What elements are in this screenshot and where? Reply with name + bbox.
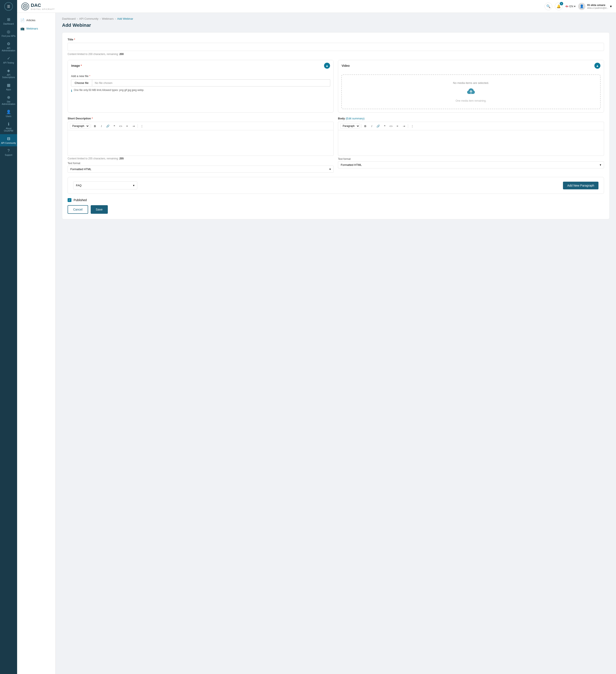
title-input[interactable] xyxy=(68,43,604,51)
body-italic-btn[interactable]: I xyxy=(369,123,375,129)
action-buttons: Cancel Save xyxy=(68,205,604,214)
sidebar-item-about-oneapim[interactable]: ℹ About OneAPIM xyxy=(0,120,17,134)
video-section-header: Video ▲ xyxy=(338,60,604,71)
webinars-label: Webinars xyxy=(26,27,38,30)
articles-icon: 📄 xyxy=(20,18,25,22)
body-editor[interactable] xyxy=(338,130,604,156)
short-desc-italic-btn[interactable]: I xyxy=(99,123,104,129)
faq-dropdown[interactable]: FAQ ▾ xyxy=(73,182,137,189)
breadcrumb-webinars[interactable]: Webinars xyxy=(102,17,114,20)
save-button[interactable]: Save xyxy=(91,205,108,214)
add-paragraph-button[interactable]: Add New Paragraph xyxy=(563,182,599,189)
title-label: Title * xyxy=(68,38,604,41)
body-bold-btn[interactable]: B xyxy=(363,123,368,129)
sidebar-item-site-admin[interactable]: ⊕ Site Administration xyxy=(0,93,17,107)
title-required: * xyxy=(73,38,75,41)
cancel-button[interactable]: Cancel xyxy=(68,205,88,214)
faq-label: FAQ xyxy=(76,184,82,187)
sidebar-item-label: Apps xyxy=(6,88,11,91)
title-remaining: 200 xyxy=(119,52,124,55)
chevron-down-icon: ▾ xyxy=(574,5,576,8)
short-desc-code-btn[interactable]: <> xyxy=(118,123,123,129)
webinars-icon: 📺 xyxy=(20,26,25,31)
title-char-limit: Content limited to 200 characters, remai… xyxy=(68,52,604,55)
body-more-btn[interactable]: ⋮ xyxy=(409,123,415,129)
sidebar-item-find-apis[interactable]: ◎ Find your APIs xyxy=(0,27,17,39)
short-desc-paragraph-select[interactable]: Paragraph xyxy=(70,123,89,129)
sidebar-item-label: About OneAPIM xyxy=(1,127,16,132)
sidebar-item-label: API Testing xyxy=(3,62,14,64)
body-format-label: Text format xyxy=(338,157,604,160)
sidebar-item-api-admin[interactable]: ⚙ API Administration xyxy=(0,39,17,54)
video-upload-area[interactable]: No media items are selected. One media i… xyxy=(341,75,601,109)
short-desc-list-btn[interactable]: ≡ xyxy=(124,123,130,129)
published-checkbox[interactable]: ✓ xyxy=(68,198,72,202)
body-list-btn[interactable]: ≡ xyxy=(395,123,400,129)
sidebar: ☰ ⊞ Dashboard ◎ Find your APIs ⚙ API Adm… xyxy=(0,0,17,674)
breadcrumb-sep-3: › xyxy=(115,17,116,20)
short-description-section: Short Description * Paragraph B I 🔗 ❝ <> xyxy=(68,117,334,173)
about-icon: ℹ xyxy=(8,122,9,126)
sidebar-item-api-community[interactable]: ⊟ API Community xyxy=(0,134,17,146)
sidebar-item-apps[interactable]: ▦ Apps xyxy=(0,81,17,93)
sidebar-item-label: Support xyxy=(5,154,12,156)
dashboard-icon: ⊞ xyxy=(7,17,10,22)
body-section: Body (Edit summary) Paragraph B I 🔗 ❝ xyxy=(338,117,604,173)
short-desc-toolbar: Paragraph B I 🔗 ❝ <> ≡ ⇥ ⋮ xyxy=(68,122,334,130)
notification-button[interactable]: 🔔 0 xyxy=(555,3,563,10)
add-file-label: Add a new file * xyxy=(71,75,330,78)
breadcrumb-api-community[interactable]: API Community xyxy=(79,17,98,20)
lang-text: EN xyxy=(569,5,573,8)
secondary-item-articles[interactable]: 📄 Articles xyxy=(17,16,55,24)
short-desc-format-select[interactable]: Formatted HTML ▾ xyxy=(68,165,334,173)
published-label: Published xyxy=(74,198,87,202)
language-selector[interactable]: 🏴󠁧󠁢󠁥󠁮󠁧󠁿 EN ▾ xyxy=(565,5,576,8)
short-desc-quote-btn[interactable]: ❝ xyxy=(111,123,117,129)
sidebar-item-api-testing[interactable]: ✓ API Testing xyxy=(0,54,17,66)
find-apis-icon: ◎ xyxy=(7,29,10,34)
short-desc-link-btn[interactable]: 🔗 xyxy=(105,123,111,129)
choose-file-button[interactable]: Choose file xyxy=(71,79,92,87)
image-section: Image * ▲ Add a new file * Choose file N… xyxy=(68,60,334,113)
body-format-select[interactable]: Formatted HTML ▾ xyxy=(338,161,604,168)
secondary-item-webinars[interactable]: 📺 Webinars xyxy=(17,24,55,33)
short-desc-editor[interactable] xyxy=(68,130,334,156)
svg-point-1 xyxy=(24,6,26,7)
breadcrumb-add-webinar: Add Webinar xyxy=(117,17,133,20)
video-section: Video ▲ No media items are selected. xyxy=(338,60,604,113)
short-description-label: Short Description * xyxy=(68,117,334,120)
body-paragraph-select[interactable]: Paragraph xyxy=(340,123,360,129)
support-icon: ? xyxy=(7,148,10,153)
sidebar-item-dashboard[interactable]: ⊞ Dashboard xyxy=(0,15,17,27)
sidebar-item-users[interactable]: 👤 Users xyxy=(0,107,17,120)
search-button[interactable]: 🔍 xyxy=(544,3,552,10)
body-quote-btn[interactable]: ❝ xyxy=(382,123,387,129)
api-testing-icon: ✓ xyxy=(7,56,10,61)
video-toggle-button[interactable]: ▲ xyxy=(594,63,600,69)
hamburger-button[interactable]: ☰ xyxy=(4,2,13,11)
logo-text: DAC xyxy=(31,3,55,8)
user-menu[interactable]: 👤 Hi ekta umare ekta.u+padmin@d... ▾ xyxy=(578,3,612,10)
breadcrumb-dashboard[interactable]: Dashboard xyxy=(62,17,76,20)
short-desc-format-value: Formatted HTML xyxy=(71,167,91,171)
short-desc-bold-btn[interactable]: B xyxy=(92,123,98,129)
body-indent-btn[interactable]: ⇥ xyxy=(401,123,407,129)
body-link-btn[interactable]: 🔗 xyxy=(375,123,381,129)
short-desc-indent-btn[interactable]: ⇥ xyxy=(131,123,136,129)
media-remaining-text: One media item remaining. xyxy=(456,99,486,102)
edit-summary-link[interactable]: (Edit summary) xyxy=(346,117,364,120)
upload-cloud-icon xyxy=(466,87,476,97)
short-desc-remaining: 255 xyxy=(119,157,124,160)
image-toggle-button[interactable]: ▲ xyxy=(324,63,330,69)
body-code-btn[interactable]: <> xyxy=(388,123,394,129)
image-section-header: Image * ▲ xyxy=(68,60,334,71)
topnav: DAC DIGITAL APICRAFT 🔍 🔔 0 🏴󠁧󠁢󠁥󠁮󠁧󠁿 EN ▾ … xyxy=(17,0,616,13)
api-subscriptions-icon: ◈ xyxy=(7,68,10,73)
sidebar-item-api-subscriptions[interactable]: ◈ API Subscriptions xyxy=(0,66,17,81)
short-desc-more-btn[interactable]: ⋮ xyxy=(139,123,145,129)
published-row: ✓ Published xyxy=(68,198,604,202)
body-chevron-down-icon: ▾ xyxy=(600,163,601,166)
short-desc-format-label: Text format xyxy=(68,162,334,165)
chevron-down-icon: ▾ xyxy=(329,167,331,171)
sidebar-item-support[interactable]: ? Support xyxy=(0,146,17,158)
